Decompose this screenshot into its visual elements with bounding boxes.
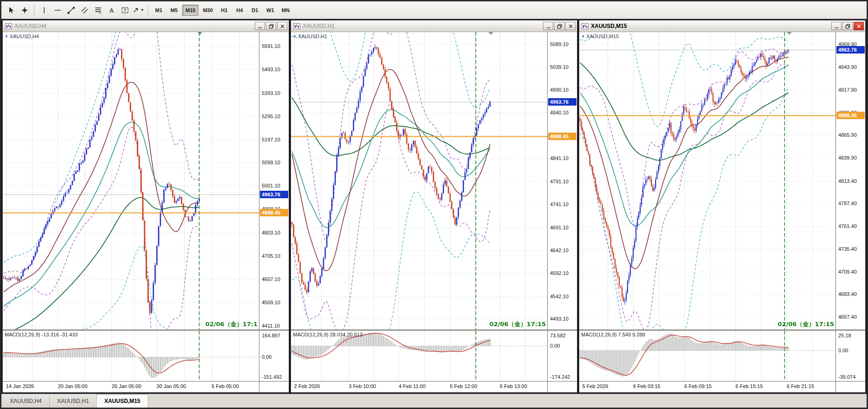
vertical-line-icon [40, 7, 48, 14]
chart-workspace: XAUUSD,H4 ▼XAUUSD,H4 5591.105493.105393.… [1, 19, 867, 394]
tab-xauusd-m15[interactable]: XAUUSD,M15 [97, 394, 148, 408]
hline-price-tag: 4888.45 [836, 112, 865, 119]
close-icon [856, 23, 862, 29]
macd-chart-canvas[interactable] [3, 331, 259, 381]
macd-panel[interactable]: MACD(12,26,9) 7.549 9.288 [579, 331, 835, 381]
price-axis[interactable]: 5591.105493.105393.105295.105197.105099.… [259, 32, 289, 329]
candlestick-chart-canvas[interactable] [579, 32, 835, 329]
arrow-shape-icon [133, 7, 140, 14]
window-tab-bar: XAUUSD,H4 XAUUSD,H1 XAUUSD,M15 [1, 394, 867, 408]
tab-xauusd-h4[interactable]: XAUUSD,H4 [2, 394, 50, 408]
crosshair-tool-button[interactable] [18, 4, 31, 16]
time-axis[interactable]: 14 Jan 202620 Jan 05:0026 Jan 05:0030 Ja… [3, 381, 259, 392]
timeframe-m30-button[interactable]: M30 [199, 5, 216, 16]
candlestick-chart-canvas[interactable] [291, 32, 547, 329]
toolbar-separator [34, 5, 34, 16]
horizontal-line-tool-button[interactable] [51, 4, 64, 16]
restore-button[interactable] [554, 22, 564, 30]
price-chart[interactable]: ▼XAUUSD,H1 [291, 32, 547, 329]
candlestick-chart-canvas[interactable] [3, 32, 259, 329]
macd-chart-canvas[interactable] [579, 331, 835, 381]
axis-corner [835, 381, 865, 392]
current-price-tag: 4963.76 [836, 46, 865, 54]
trendline-icon [67, 7, 75, 14]
timeframe-m15-button[interactable]: M15 [182, 5, 199, 16]
one-click-trading-icon[interactable]: ▼ [581, 34, 585, 39]
minimize-button[interactable] [831, 22, 841, 30]
axis-corner [547, 381, 577, 392]
text-icon: A [108, 7, 115, 14]
chart-window-xauusd-m15: XAUUSD,M15 ▼XAUUSD,M15 4969.904943.90491… [579, 20, 866, 393]
macd-axis: 73.5820.00-174.242 [547, 331, 577, 381]
tab-xauusd-h1[interactable]: XAUUSD,H1 [50, 394, 97, 408]
restore-icon [845, 23, 851, 29]
window-titlebar[interactable]: XAUUSD,H1 [291, 20, 577, 32]
timeframe-w1-button[interactable]: W1 [263, 5, 278, 16]
timeframe-m1-button[interactable]: M1 [152, 5, 166, 16]
price-axis-label: 4683.40 [838, 291, 857, 297]
chart-symbol-label[interactable]: ▼XAUUSD,H1 [293, 34, 327, 39]
timeframe-h4-button[interactable]: H4 [232, 5, 247, 16]
time-axis[interactable]: 2 Feb 20263 Feb 10:004 Feb 11:005 Feb 12… [291, 381, 547, 392]
time-axis-label: 5 Feb 2026 [583, 383, 609, 389]
price-axis-label: 4990.10 [550, 87, 569, 93]
macd-chart-canvas[interactable] [291, 331, 547, 381]
minimize-button[interactable] [255, 22, 265, 30]
close-button[interactable] [277, 22, 287, 30]
chart-window-icon [5, 23, 12, 29]
macd-axis-label: 164.897 [262, 332, 280, 339]
text-tool-button[interactable]: A [105, 4, 118, 16]
macd-indicator-label: MACD(12,26,9) -13.316 -31.433 [5, 332, 78, 337]
price-chart[interactable]: ▼XAUUSD,H4 [3, 32, 259, 329]
price-axis-label: 4607.10 [262, 276, 280, 282]
price-axis-label: 4839.90 [838, 154, 857, 161]
chart-symbol-label[interactable]: ▼XAUUSD,H4 [5, 34, 39, 39]
price-axis-label: 4592.10 [550, 270, 569, 276]
fibonacci-tool-button[interactable]: F [92, 4, 104, 16]
close-button[interactable] [854, 22, 864, 30]
restore-button[interactable] [266, 22, 276, 30]
timeframe-m5-button[interactable]: M5 [167, 5, 181, 16]
macd-panel[interactable]: MACD(12,26,9) -13.316 -31.433 [3, 331, 259, 381]
time-axis-label: 2 Feb 2026 [294, 383, 320, 389]
price-axis-label: 4493.10 [550, 315, 569, 322]
text-label-tool-button[interactable]: T [119, 4, 131, 16]
price-axis-label: 5493.10 [262, 66, 280, 73]
restore-icon [557, 23, 563, 29]
price-axis[interactable]: 5089.105039.104990.104940.104891.104841.… [547, 32, 577, 329]
horizontal-line-icon [54, 7, 61, 14]
one-click-trading-icon[interactable]: ▼ [293, 34, 297, 39]
chart-symbol-label[interactable]: ▼XAUUSD,M15 [581, 34, 619, 39]
price-axis-label: 4791.10 [550, 178, 569, 185]
time-axis-label: 6 Feb 03:15 [633, 383, 661, 389]
price-axis-label: 4787.40 [838, 200, 857, 207]
price-axis-label: 5099.10 [262, 159, 280, 166]
timeframe-d1-button[interactable]: D1 [248, 5, 262, 16]
close-button[interactable] [565, 22, 576, 30]
price-axis-label: 4761.40 [838, 223, 857, 229]
window-titlebar[interactable]: XAUUSD,M15 [579, 20, 865, 32]
window-title: XAUUSD,H1 [303, 23, 543, 29]
cursor-tool-button[interactable] [5, 4, 17, 16]
window-title: XAUUSD,M15 [591, 23, 831, 29]
svg-text:T: T [123, 8, 126, 13]
arrows-tool-button[interactable]: ▼ [132, 4, 145, 16]
price-axis[interactable]: 4969.904943.904917.904891.904865.904839.… [835, 32, 865, 329]
timeframe-mn-button[interactable]: MN [278, 5, 293, 16]
chevron-down-icon: ▼ [140, 8, 144, 12]
macd-panel[interactable]: MACD(12,26,9) 28.034 20.513 [291, 331, 547, 381]
vertical-line-tool-button[interactable] [38, 4, 50, 16]
trendline-tool-button[interactable] [65, 4, 77, 16]
restore-button[interactable] [842, 22, 853, 30]
price-chart[interactable]: ▼XAUUSD,M15 [579, 32, 835, 329]
axis-corner [259, 381, 289, 392]
close-icon [279, 23, 285, 29]
time-axis[interactable]: 5 Feb 20266 Feb 03:156 Feb 09:156 Feb 15… [579, 381, 835, 392]
timeframe-h1-button[interactable]: H1 [217, 5, 232, 16]
cursor-icon [7, 7, 15, 14]
equidistant-channel-tool-button[interactable] [78, 4, 91, 16]
one-click-trading-icon[interactable]: ▼ [5, 34, 8, 39]
minimize-button[interactable] [543, 22, 553, 30]
macd-axis-label: 25.18 [838, 332, 851, 339]
window-titlebar[interactable]: XAUUSD,H4 [3, 20, 289, 32]
